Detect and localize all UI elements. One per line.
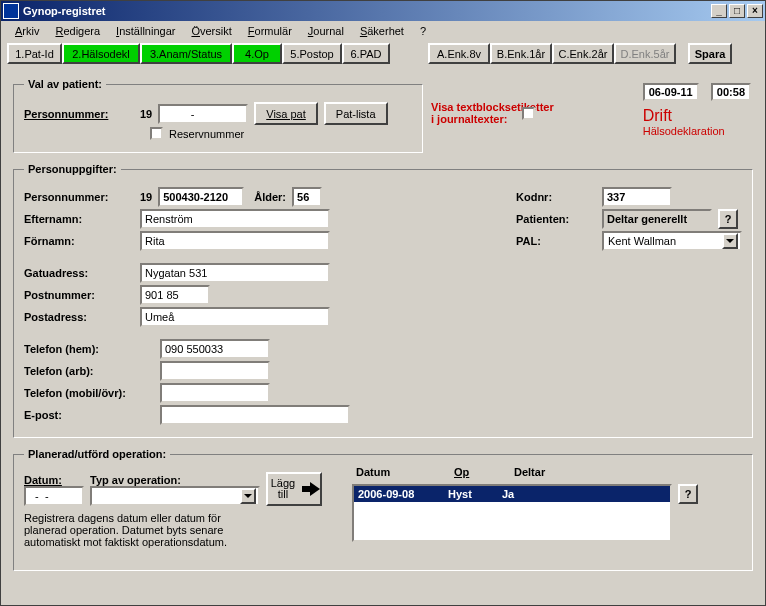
row-datum: 2006-09-08 <box>358 488 434 500</box>
op-help-button[interactable]: ? <box>678 484 698 504</box>
pnr-prefix2: 19 <box>140 191 152 203</box>
chevron-down-icon <box>240 488 256 504</box>
th-deltar: Deltar <box>514 466 545 478</box>
window-title: Gynop-registret <box>23 5 106 17</box>
val-av-patient-group: Val av patient: Personnummer: 19 Visa pa… <box>13 78 423 153</box>
pat-lista-button[interactable]: Pat-lista <box>324 102 388 125</box>
status-cluster: 06-09-11 00:58 Drift Hälsodeklaration <box>643 83 751 137</box>
row-op: Hyst <box>448 488 488 500</box>
app-icon <box>3 3 19 19</box>
tel-arb-input[interactable] <box>160 361 270 381</box>
minimize-button[interactable]: _ <box>711 4 727 18</box>
efternamn-label: Efternamn: <box>24 213 134 225</box>
tel-hem-input[interactable] <box>160 339 270 359</box>
op-datum-input[interactable] <box>24 486 84 506</box>
patienten-label: Patienten: <box>516 213 596 225</box>
status-date: 06-09-11 <box>643 83 699 101</box>
alder-value <box>292 187 322 207</box>
tab-enk1ar[interactable]: B.Enk.1år <box>490 43 552 64</box>
visa-pat-button[interactable]: Visa pat <box>254 102 318 125</box>
status-sub: Hälsodeklaration <box>643 125 751 137</box>
th-datum: Datum <box>356 466 434 478</box>
menu-installningar[interactable]: Inställningar <box>110 23 181 39</box>
menu-arkiv[interactable]: Arkiv <box>9 23 45 39</box>
op-legend: Planerad/utförd operation: <box>24 448 170 460</box>
table-row[interactable]: 2006-09-08 Hyst Ja <box>354 486 670 502</box>
gatuadress-input[interactable] <box>140 263 330 283</box>
fornamn-label: Förnamn: <box>24 235 134 247</box>
menubar: Arkiv Redigera Inställningar Översikt Fo… <box>1 21 765 41</box>
menu-formular[interactable]: Formulär <box>242 23 298 39</box>
tab-anam[interactable]: 3.Anam/Status <box>140 43 232 64</box>
close-button[interactable]: × <box>747 4 763 18</box>
personuppgifter-group: Personuppgifter: Personnummer: 19 Ålder:… <box>13 163 753 438</box>
reservnummer-label: Reservnummer <box>169 128 244 140</box>
status-mode: Drift <box>643 107 751 125</box>
tabbar: 1.Pat-Id 2.Hälsodekl 3.Anam/Status 4.Op … <box>1 41 765 66</box>
pal-select[interactable]: Kent Wallman <box>602 231 742 251</box>
kodnr-value <box>602 187 672 207</box>
tel-mob-input[interactable] <box>160 383 270 403</box>
postnummer-label: Postnummer: <box>24 289 134 301</box>
datum-label: Datum: <box>24 474 62 486</box>
menu-oversikt[interactable]: Översikt <box>185 23 237 39</box>
alder-label: Ålder: <box>254 191 286 203</box>
status-time: 00:58 <box>711 83 751 101</box>
postadress-label: Postadress: <box>24 311 134 323</box>
pal-label: PAL: <box>516 235 596 247</box>
tab-enk5ar: D.Enk.5år <box>614 43 676 64</box>
tab-enk2ar[interactable]: C.Enk.2år <box>552 43 614 64</box>
menu-redigera[interactable]: Redigera <box>49 23 106 39</box>
person-legend: Personuppgifter: <box>24 163 121 175</box>
menu-sakerhet[interactable]: Säkerhet <box>354 23 410 39</box>
menu-journal[interactable]: Journal <box>302 23 350 39</box>
operation-group: Planerad/utförd operation: Datum: Typ av… <box>13 448 753 571</box>
gatuadress-label: Gatuadress: <box>24 267 134 279</box>
val-legend: Val av patient: <box>24 78 106 90</box>
journal-label-block: Visa textblocksetiketter i journaltexter… <box>431 101 611 126</box>
personnummer-input[interactable] <box>158 104 248 124</box>
kodnr-label: Kodnr: <box>516 191 596 203</box>
menu-help[interactable]: ? <box>414 23 432 39</box>
epost-input[interactable] <box>160 405 350 425</box>
tab-pad[interactable]: 6.PAD <box>342 43 390 64</box>
op-table[interactable]: 2006-09-08 Hyst Ja <box>352 484 672 542</box>
pnr-prefix: 19 <box>140 108 152 120</box>
pnr-value <box>158 187 244 207</box>
typ-label: Typ av operation: <box>90 474 260 486</box>
pal-value: Kent Wallman <box>608 235 676 247</box>
reservnummer-checkbox[interactable] <box>150 127 163 140</box>
patienten-value <box>602 209 712 229</box>
tel-hem-label: Telefon (hem): <box>24 343 154 355</box>
patienten-help-button[interactable]: ? <box>718 209 738 229</box>
tab-postop[interactable]: 5.Postop <box>282 43 342 64</box>
row-deltar: Ja <box>502 488 514 500</box>
tel-mob-label: Telefon (mobil/övr): <box>24 387 154 399</box>
personnummer-label: Personnummer: <box>24 108 134 120</box>
postnummer-input[interactable] <box>140 285 210 305</box>
postadress-input[interactable] <box>140 307 330 327</box>
pnr-label: Personnummer: <box>24 191 134 203</box>
app-window: Gynop-registret _ □ × Arkiv Redigera Ins… <box>0 0 766 606</box>
tab-halsodekl[interactable]: 2.Hälsodekl <box>62 43 140 64</box>
op-typ-select[interactable] <box>90 486 260 506</box>
epost-label: E-post: <box>24 409 154 421</box>
tab-patid[interactable]: 1.Pat-Id <box>7 43 62 64</box>
chevron-down-icon <box>722 233 738 249</box>
journal-labels-checkbox[interactable] <box>522 107 535 120</box>
tab-enk8v[interactable]: A.Enk.8v <box>428 43 490 64</box>
tab-op[interactable]: 4.Op <box>232 43 282 64</box>
maximize-button[interactable]: □ <box>729 4 745 18</box>
save-button[interactable]: Spara <box>688 43 732 64</box>
op-help-text: Registrera dagens datum eller datum för … <box>24 512 254 548</box>
op-table-header: Datum Op Deltar <box>356 466 545 478</box>
th-op: Op <box>454 466 494 478</box>
titlebar: Gynop-registret _ □ × <box>1 1 765 21</box>
add-op-button[interactable]: Lägg till <box>266 472 322 506</box>
efternamn-input[interactable] <box>140 209 330 229</box>
fornamn-input[interactable] <box>140 231 330 251</box>
tel-arb-label: Telefon (arb): <box>24 365 154 377</box>
